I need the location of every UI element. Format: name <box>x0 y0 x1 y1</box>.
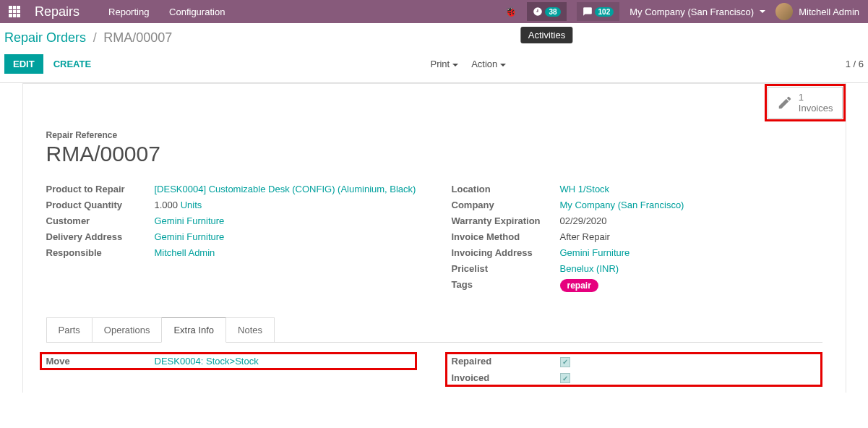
activities-button[interactable]: 38 Activities <box>527 2 566 21</box>
qty-label: Product Quantity <box>46 200 155 210</box>
tab-parts[interactable]: Parts <box>46 317 93 343</box>
tab-extra-info[interactable]: Extra Info <box>161 317 226 343</box>
avatar <box>775 3 793 20</box>
breadcrumb-parent[interactable]: Repair Orders <box>4 30 86 45</box>
invoiced-checkbox <box>560 373 570 383</box>
customer-label: Customer <box>46 215 155 226</box>
tab-notes[interactable]: Notes <box>225 317 275 343</box>
tag-repair: repair <box>560 279 598 292</box>
company-switcher[interactable]: My Company (San Francisco) <box>629 7 765 17</box>
repair-reference: RMA/00007 <box>46 142 822 166</box>
messages-count: 102 <box>595 7 614 17</box>
invoicing-address-link[interactable]: Gemini Furniture <box>560 247 630 258</box>
tab-operations[interactable]: Operations <box>92 317 163 343</box>
create-button[interactable]: CREATE <box>53 59 91 69</box>
company-link[interactable]: My Company (San Francisco) <box>560 200 684 210</box>
app-name: Repairs <box>35 4 80 20</box>
pager[interactable]: 1 / 6 <box>846 59 864 69</box>
company-label: Company <box>452 200 560 210</box>
chat-icon <box>583 7 593 17</box>
responsible-link[interactable]: Mitchell Admin <box>155 247 215 258</box>
location-link[interactable]: WH 1/Stock <box>560 184 610 194</box>
warranty-label: Warranty Expiration <box>452 215 560 226</box>
location-label: Location <box>452 184 560 194</box>
resp-label: Responsible <box>46 247 155 258</box>
warranty-value: 02/29/2020 <box>560 215 607 226</box>
edit-icon <box>777 95 793 111</box>
bug-icon[interactable]: 🐞 <box>504 6 517 17</box>
invaddr-label: Invoicing Address <box>452 247 560 258</box>
repaired-label: Repaired <box>452 356 560 367</box>
pricelist-link[interactable]: Benelux (INR) <box>560 263 619 274</box>
stat-label: Invoices <box>799 103 833 114</box>
pricelist-label: Pricelist <box>452 263 560 274</box>
customer-link[interactable]: Gemini Furniture <box>155 215 225 226</box>
delivery-address-link[interactable]: Gemini Furniture <box>155 231 225 242</box>
product-link[interactable]: [DESK0004] Customizable Desk (CONFIG) (A… <box>155 184 416 194</box>
clock-icon <box>533 7 543 17</box>
user-menu[interactable]: Mitchell Admin <box>775 3 859 20</box>
breadcrumb: Repair Orders / RMA/00007 <box>0 23 868 50</box>
qty-value: 1.000 <box>155 200 179 210</box>
invoiced-label: Invoiced <box>452 372 560 383</box>
activities-count: 38 <box>545 7 560 17</box>
breadcrumb-current: RMA/00007 <box>103 30 172 45</box>
tags-label: Tags <box>452 279 560 290</box>
invoices-stat-button[interactable]: 1 Invoices <box>768 87 843 119</box>
nav-reporting[interactable]: Reporting <box>108 7 149 17</box>
nav-configuration[interactable]: Configuration <box>169 7 225 17</box>
action-dropdown[interactable]: Action <box>471 59 506 69</box>
move-link[interactable]: DESK0004: Stock>Stock <box>155 356 259 367</box>
repaired-checkbox <box>560 357 570 367</box>
print-dropdown[interactable]: Print <box>430 59 458 69</box>
deliv-label: Delivery Address <box>46 231 155 242</box>
messages-button[interactable]: 102 <box>577 2 620 21</box>
stat-count: 1 <box>799 92 833 103</box>
apps-icon[interactable] <box>9 6 20 17</box>
invmethod-value: After Repair <box>560 231 610 242</box>
activities-tooltip: Activities <box>521 27 572 43</box>
user-name: Mitchell Admin <box>799 7 859 17</box>
edit-button[interactable]: EDIT <box>4 54 43 74</box>
invmethod-label: Invoice Method <box>452 231 560 242</box>
move-label: Move <box>46 356 155 367</box>
repair-reference-label: Repair Reference <box>46 130 822 140</box>
qty-uom-link[interactable]: Units <box>181 200 202 210</box>
product-label: Product to Repair <box>46 184 155 194</box>
